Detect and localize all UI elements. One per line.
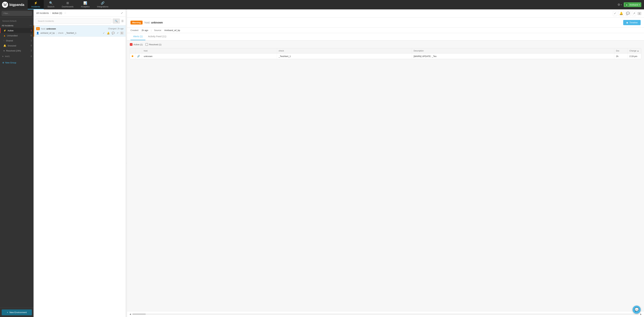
status-dot	[132, 55, 133, 57]
source-value: Anirband_wf_bp	[164, 29, 180, 32]
incident-item[interactable]: 1 host: unknown Changed: 2h ago 👤 anirba…	[34, 26, 126, 37]
nav-item-integrations[interactable]: 🔗 Integrations	[93, 0, 112, 10]
share-action-button[interactable]: ↗	[632, 11, 636, 16]
sidebar-item-test1[interactable]: ▶ test1 0	[0, 54, 34, 59]
detail-host-value: unknown	[151, 21, 163, 24]
incidents-search-input[interactable]	[36, 18, 111, 24]
incident-acknowledge-button[interactable]: ✓	[102, 31, 105, 35]
incidents-title: All Incidents / Active (1)	[36, 12, 62, 14]
nav-item-analytics[interactable]: 📊 Analytics	[77, 0, 93, 10]
resolved-filter-checkbox[interactable]: Resolved (1)	[146, 43, 162, 46]
user-initial: a	[625, 3, 628, 6]
warning-badge: Warning	[130, 21, 142, 24]
unhandled-label: Unhandled	[7, 34, 29, 37]
incident-comment-button[interactable]: 💬	[111, 31, 115, 35]
incident-check-label: check:	[58, 32, 64, 34]
resize-handle[interactable]: ⋮	[126, 10, 127, 317]
settings-icon: ⚙	[618, 3, 620, 6]
incidents-panel: All Incidents / Active (1) ☆ ⤢ 🔍 ☰ 1 hos…	[34, 10, 126, 317]
new-group-area: ⊕ New Group	[0, 59, 34, 66]
sidebar-item-snoozed[interactable]: 🔔 Snoozed 0	[0, 43, 34, 48]
detail-meta: Created: 2h ago | Source: Anirband_wf_bp	[127, 28, 644, 33]
active-filter-checkbox[interactable]: ✓ Active (1)	[130, 43, 143, 46]
nav-label-dashboards: Dashboards	[62, 5, 74, 8]
sidebar-filter-area	[0, 10, 34, 18]
sidebar-item-active[interactable]: ⚡ Active 1	[0, 28, 34, 33]
new-environment-button[interactable]: + New Environment	[2, 310, 32, 315]
nav-right: ⚙ ▾ a Anirband ▾	[618, 2, 644, 7]
incident-item-footer: 👤 anirband_wf_bp | check: _TestAlert_1 ✓…	[36, 31, 124, 35]
incidents-list: 1 host: unknown Changed: 2h ago 👤 anirba…	[34, 26, 126, 317]
unhandled-count: 0	[31, 34, 32, 37]
sidebar-item-shared[interactable]: ↑ Shared 1	[0, 38, 34, 43]
nav-label-incidents: Incidents	[31, 5, 40, 8]
sidebar-filter-input[interactable]	[2, 11, 32, 16]
tab-alerts[interactable]: Alerts (1)	[130, 33, 146, 40]
horizontal-scrollbar[interactable]	[132, 314, 639, 315]
chat-icon: 💬	[634, 308, 639, 312]
user-menu-button[interactable]: a Anirband ▾	[624, 2, 641, 7]
test1-count: 0	[31, 55, 32, 58]
detail-content: ✓ Active (1) Resolved (1) host check Des…	[127, 40, 644, 311]
td-duration: 2h	[614, 54, 628, 59]
td-status	[130, 54, 135, 59]
expand-button[interactable]: ⤢	[121, 12, 123, 14]
all-incidents-label: All Incidents	[2, 24, 30, 27]
tab-activity-feed[interactable]: Activity Feed (11)	[146, 33, 169, 40]
new-group-button[interactable]: ⊕ New Group	[2, 62, 31, 64]
plus-circle-icon: ⊕	[2, 62, 4, 64]
top-nav: 🐼 bigpanda ⚡ Incidents 🔍 Search ⊞ Dashbo…	[0, 0, 644, 10]
scrollbar-thumb	[132, 314, 146, 315]
incident-item-header: 1 host: unknown Changed: 2h ago	[36, 27, 124, 30]
detail-action-bar: ✓ 🔔 💬 ↗ 1	[127, 10, 644, 18]
nav-items: ⚡ Incidents 🔍 Search ⊞ Dashboards 📊 Anal…	[28, 0, 112, 10]
settings-button[interactable]: ⚙ ▾	[618, 3, 622, 6]
resolve-action-button[interactable]: ✓	[613, 11, 617, 16]
search-icon: 🔍	[115, 20, 118, 22]
detail-header-right: ◉ Timeline	[623, 20, 641, 25]
resolved-count: 2	[31, 50, 32, 52]
active-count: 1	[31, 29, 32, 32]
incidents-search-button[interactable]: 🔍	[113, 18, 120, 24]
incident-bell-button[interactable]: 🔔	[106, 31, 110, 35]
detail-tabs: Alerts (1) Activity Feed (11)	[127, 33, 644, 40]
incident-host-label: host: unknown	[41, 28, 56, 30]
alerts-filters: ✓ Active (1) Resolved (1)	[130, 43, 641, 46]
incident-share-button[interactable]: ↗	[116, 31, 119, 35]
scroll-right-button[interactable]: ▶	[639, 312, 643, 316]
incidents-title-active: Active (1)	[52, 12, 62, 14]
detail-header: Warning host: unknown ◉ Timeline	[127, 18, 644, 28]
scroll-left-button[interactable]: ◀	[128, 312, 132, 316]
nav-item-search[interactable]: 🔍 Search	[44, 0, 58, 10]
all-incidents-dots-icon[interactable]: ···	[30, 24, 32, 27]
th-link	[135, 48, 142, 53]
list-view-button[interactable]: ☰	[121, 20, 124, 23]
td-host: unknown	[142, 54, 277, 59]
bell-action-button[interactable]: 🔔	[618, 11, 624, 16]
shared-count: 1	[31, 40, 32, 42]
triangle-icon: ▲	[3, 34, 6, 37]
tab-alerts-label: Alerts (1)	[133, 35, 143, 38]
star-button[interactable]: ☆	[64, 12, 66, 14]
new-group-label: New Group	[5, 62, 16, 64]
table-row: 🔗 unknown _TestAlert_1 [WARN] UPDATE: _T…	[130, 54, 641, 59]
chat-support-button[interactable]: 💬	[632, 306, 641, 314]
alerts-table: host check Description Dur. Change ▲ 🔗 u…	[130, 48, 641, 59]
all-incidents-header[interactable]: All Incidents ···	[0, 23, 34, 28]
nav-item-dashboards[interactable]: ⊞ Dashboards	[58, 0, 77, 10]
comment-action-button[interactable]: 💬	[625, 11, 630, 16]
main-layout: General (Default) All Incidents ··· ⚡ Ac…	[0, 10, 644, 317]
timeline-button[interactable]: ◉ Timeline	[623, 20, 641, 25]
incident-count-badge: 1	[120, 32, 124, 34]
nav-item-incidents[interactable]: ⚡ Incidents	[28, 0, 44, 10]
tab-activity-label: Activity Feed (11)	[148, 35, 166, 38]
bell-icon: 🔔	[3, 44, 6, 47]
incident-source: anirband_wf_bp	[40, 32, 55, 34]
th-change[interactable]: Change ▲	[628, 48, 641, 53]
sidebar-item-resolved[interactable]: ● Resolved (24h) 2	[0, 48, 34, 53]
detail-scrollbar-area: ◀ ▶	[127, 311, 644, 317]
incident-number-badge: 1	[36, 27, 40, 30]
sidebar-item-unhandled[interactable]: ▲ Unhandled 0	[0, 33, 34, 38]
td-link[interactable]: 🔗	[135, 54, 142, 59]
new-env-label: New Environment	[10, 311, 27, 314]
